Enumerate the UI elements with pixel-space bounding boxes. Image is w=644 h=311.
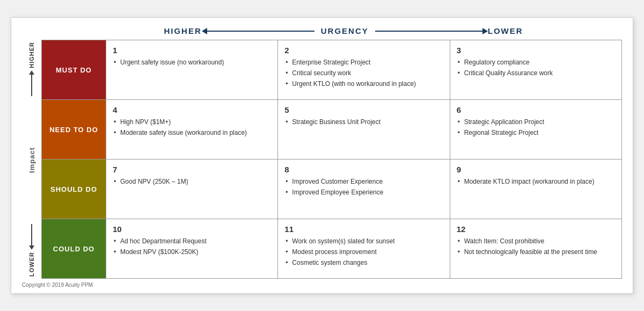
list-item: Not technologically feasible at the pres…	[457, 248, 615, 257]
higher-side-label: HIGHER	[28, 42, 35, 68]
grid-row-1: MUST DO1Urgent safety issue (no workarou…	[42, 40, 621, 100]
list-item: Work on system(s) slated for sunset	[284, 237, 443, 246]
main-layout: HIGHER Impact LOWER MUST DO1Urgent safet…	[22, 40, 622, 279]
list-item: Improved Employee Experience	[284, 188, 443, 197]
arrow-line-left	[207, 31, 314, 32]
list-item: Modest NPV ($100K-250K)	[113, 248, 271, 257]
grid-row-2: NEED TO DO4High NPV ($1M+)Moderate safet…	[42, 100, 621, 160]
list-item: Strategic Business Unit Project	[284, 118, 443, 127]
list-item: Critical Quality Assurance work	[457, 69, 615, 78]
cell-number-4: 4	[113, 105, 271, 114]
cell-2: 2Enterprise Strategic ProjectCritical se…	[278, 40, 450, 99]
list-item: Improved Customer Experience	[284, 177, 443, 186]
higher-label: HIGHER	[164, 26, 201, 35]
lower-side-label: LOWER	[28, 252, 35, 277]
list-item: Urgent KTLO (with no workaround in place…	[284, 79, 443, 89]
list-item: Strategic Application Project	[457, 118, 615, 127]
row-label-need-to-do: NEED TO DO	[42, 100, 106, 159]
list-item: Regulatory compliance	[457, 58, 615, 67]
cell-11: 11Work on system(s) slated for sunsetMod…	[278, 219, 450, 278]
cell-12: 12Watch Item: Cost prohibitiveNot techno…	[450, 219, 621, 278]
arrow-head-right-icon	[482, 28, 488, 34]
cell-number-3: 3	[457, 46, 615, 55]
arrow-line-right	[375, 31, 482, 32]
cell-number-8: 8	[284, 165, 443, 174]
cell-number-12: 12	[457, 225, 615, 234]
cell-number-2: 2	[284, 46, 443, 55]
copyright: Copyright © 2019 Acuity PPM	[22, 282, 622, 288]
cell-number-7: 7	[113, 165, 271, 174]
grid-row-4: COULD DO10Ad hoc Departmental RequestMod…	[42, 219, 621, 278]
cell-8: 8Improved Customer ExperienceImproved Em…	[278, 160, 450, 219]
row-label-must-do: MUST DO	[42, 40, 106, 99]
priority-grid: MUST DO1Urgent safety issue (no workarou…	[41, 40, 622, 279]
arrow-right	[375, 28, 488, 34]
list-item: Cosmetic system changes	[284, 258, 443, 267]
cell-number-11: 11	[284, 225, 443, 234]
list-item: Watch Item: Cost prohibitive	[457, 237, 615, 246]
list-item: Moderate KTLO impact (workaround in plac…	[457, 177, 615, 186]
list-item: Good NPV (250K – 1M)	[113, 177, 271, 186]
lower-label: LOWER	[488, 26, 523, 35]
urgency-header: HIGHER URGENCY LOWER	[22, 26, 622, 35]
cell-6: 6Strategic Application ProjectRegional S…	[450, 100, 621, 159]
list-item: Critical security work	[284, 69, 443, 78]
up-arrow-icon	[29, 70, 34, 96]
impact-label: Impact	[28, 147, 36, 173]
arrow-left	[202, 28, 314, 34]
cell-number-6: 6	[457, 105, 615, 114]
cell-10: 10Ad hoc Departmental RequestModest NPV …	[106, 219, 278, 278]
cell-number-5: 5	[284, 105, 443, 114]
row-label-should-do: SHOULD DO	[42, 160, 106, 219]
list-item: Moderate safety issue (workaround in pla…	[113, 128, 271, 138]
cell-1: 1Urgent safety issue (no workaround)	[106, 40, 278, 99]
urgency-label: URGENCY	[321, 26, 369, 35]
main-container: HIGHER URGENCY LOWER HIGHER Impact	[11, 17, 633, 294]
list-item: High NPV ($1M+)	[113, 118, 271, 127]
down-arrow-icon	[29, 224, 34, 250]
cell-number-10: 10	[113, 225, 271, 234]
arrow-head-left-icon	[202, 28, 207, 34]
list-item: Ad hoc Departmental Request	[113, 237, 271, 246]
cell-7: 7Good NPV (250K – 1M)	[106, 160, 278, 219]
list-item: Modest process improvement	[284, 248, 443, 257]
cell-number-1: 1	[113, 46, 271, 55]
cell-5: 5Strategic Business Unit Project	[278, 100, 450, 159]
row-label-could-do: COULD DO	[42, 219, 106, 278]
cell-number-9: 9	[457, 165, 615, 174]
cell-3: 3Regulatory complianceCritical Quality A…	[450, 40, 621, 99]
cell-4: 4High NPV ($1M+)Moderate safety issue (w…	[106, 100, 278, 159]
list-item: Enterprise Strategic Project	[284, 58, 443, 67]
list-item: Regional Strategic Project	[457, 128, 615, 138]
cell-9: 9Moderate KTLO impact (workaround in pla…	[450, 160, 621, 219]
list-item: Urgent safety issue (no workaround)	[113, 58, 271, 67]
grid-row-3: SHOULD DO7Good NPV (250K – 1M)8Improved …	[42, 160, 621, 219]
